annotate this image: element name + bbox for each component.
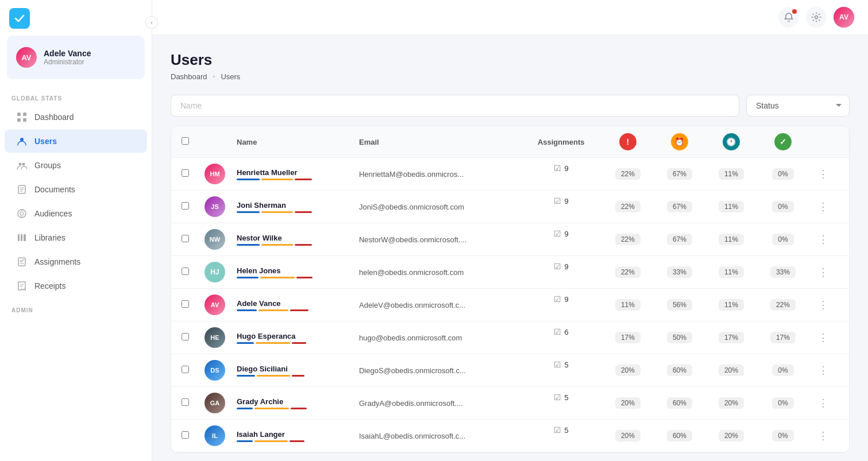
row-pct-green-cell: 0% bbox=[757, 223, 809, 256]
row-email-cell: IsaiahL@obedis.onmicrosoft.c... bbox=[353, 420, 520, 452]
row-checkbox[interactable] bbox=[182, 268, 189, 275]
sidebar-collapse-button[interactable]: ‹ bbox=[145, 16, 158, 29]
progress-bar-blue bbox=[237, 211, 260, 213]
row-pct-teal-cell: 11% bbox=[705, 223, 757, 256]
row-more-button[interactable]: ⋮ bbox=[815, 428, 832, 443]
progress-bar-yellow bbox=[261, 179, 293, 180]
row-checkbox[interactable] bbox=[182, 300, 189, 308]
svg-point-6 bbox=[22, 163, 25, 166]
sidebar-item-dashboard[interactable]: Dashboard bbox=[5, 106, 147, 129]
col-email-header: Email bbox=[353, 126, 520, 158]
row-pct-orange-cell: 60% bbox=[654, 387, 705, 420]
row-actions-cell[interactable]: ⋮ bbox=[809, 256, 849, 289]
assignments-count: 9 bbox=[565, 197, 569, 206]
row-checkbox-cell[interactable] bbox=[171, 289, 199, 321]
progress-bar-red bbox=[295, 179, 312, 180]
pct-green-badge: 0% bbox=[772, 397, 793, 409]
row-assignments-cell: ☑ 6 bbox=[520, 321, 602, 342]
pct-orange-badge: 56% bbox=[667, 299, 692, 311]
row-assignments-cell: ☑ 9 bbox=[520, 289, 602, 309]
row-checkbox-cell[interactable] bbox=[171, 420, 199, 452]
row-actions-cell[interactable]: ⋮ bbox=[809, 321, 849, 354]
row-more-button[interactable]: ⋮ bbox=[815, 297, 832, 312]
row-actions-cell[interactable]: ⋮ bbox=[809, 191, 849, 223]
row-pct-orange-cell: 56% bbox=[654, 289, 705, 321]
row-actions-cell[interactable]: ⋮ bbox=[809, 289, 849, 321]
col-status-teal-header: 🕐 bbox=[705, 126, 757, 158]
row-name-cell: Diego Siciliani bbox=[231, 354, 353, 387]
row-checkbox-cell[interactable] bbox=[171, 191, 199, 223]
row-more-button[interactable]: ⋮ bbox=[815, 265, 832, 280]
progress-bar-red bbox=[296, 277, 313, 278]
col-status-green-header: ✓ bbox=[757, 126, 809, 158]
row-more-button[interactable]: ⋮ bbox=[815, 199, 832, 214]
sidebar-item-users[interactable]: Users bbox=[5, 130, 147, 153]
row-checkbox-cell[interactable] bbox=[171, 256, 199, 289]
row-checkbox-cell[interactable] bbox=[171, 223, 199, 256]
row-checkbox-cell[interactable] bbox=[171, 354, 199, 387]
avatar: HE bbox=[205, 327, 225, 348]
row-more-button[interactable]: ⋮ bbox=[815, 166, 832, 181]
progress-bar-blue bbox=[237, 342, 254, 344]
user-name: Isaiah Langer bbox=[237, 430, 348, 439]
row-pct-green-cell: 22% bbox=[757, 289, 809, 321]
user-name: Nestor Wilke bbox=[237, 234, 348, 242]
row-actions-cell[interactable]: ⋮ bbox=[809, 387, 849, 420]
pct-red-badge: 20% bbox=[615, 397, 641, 409]
status-filter-select[interactable]: Status Active Inactive bbox=[746, 95, 850, 117]
row-more-button[interactable]: ⋮ bbox=[815, 232, 832, 247]
progress-bar-yellow bbox=[259, 309, 288, 311]
col-select-all[interactable] bbox=[171, 126, 199, 158]
row-pct-green-cell: 0% bbox=[757, 387, 809, 420]
row-checkbox[interactable] bbox=[182, 235, 189, 242]
sidebar-label-documents: Documents bbox=[34, 185, 75, 194]
row-checkbox[interactable] bbox=[182, 169, 189, 177]
user-avatar-topbar[interactable]: AV bbox=[834, 7, 854, 28]
row-checkbox[interactable] bbox=[182, 431, 189, 439]
row-checkbox[interactable] bbox=[182, 333, 189, 340]
sidebar-item-receipts[interactable]: Receipts bbox=[5, 274, 147, 297]
row-more-button[interactable]: ⋮ bbox=[815, 396, 832, 410]
groups-icon bbox=[16, 160, 28, 171]
assignments-count: 5 bbox=[565, 426, 569, 435]
progress-bar-yellow bbox=[254, 408, 289, 409]
row-checkbox[interactable] bbox=[182, 398, 189, 406]
profile-name: Adele Vance bbox=[44, 49, 91, 58]
user-profile-card[interactable]: AV Adele Vance Administrator bbox=[7, 36, 145, 79]
name-search-input[interactable] bbox=[171, 95, 739, 117]
row-actions-cell[interactable]: ⋮ bbox=[809, 354, 849, 387]
row-pct-teal-cell: 17% bbox=[705, 321, 757, 354]
row-actions-cell[interactable]: ⋮ bbox=[809, 420, 849, 452]
row-avatar-cell: JS bbox=[199, 191, 231, 223]
row-actions-cell[interactable]: ⋮ bbox=[809, 223, 849, 256]
select-all-checkbox[interactable] bbox=[182, 137, 189, 145]
row-checkbox-cell[interactable] bbox=[171, 387, 199, 420]
row-more-button[interactable]: ⋮ bbox=[815, 363, 832, 378]
svg-point-4 bbox=[20, 138, 24, 141]
sidebar-item-audiences[interactable]: Audiences bbox=[5, 202, 147, 225]
row-email-cell: helen@obedis.onmicrosoft.com bbox=[353, 256, 520, 289]
user-name: Grady Archie bbox=[237, 397, 348, 406]
col-status-orange-header: ⏰ bbox=[654, 126, 705, 158]
svg-rect-14 bbox=[24, 234, 26, 241]
row-more-button[interactable]: ⋮ bbox=[815, 330, 832, 345]
avatar: AV bbox=[205, 295, 225, 315]
row-pct-red-cell: 22% bbox=[602, 256, 654, 289]
row-checkbox[interactable] bbox=[182, 366, 189, 373]
row-checkbox[interactable] bbox=[182, 202, 189, 210]
sidebar-item-libraries[interactable]: Libraries bbox=[5, 226, 147, 249]
pct-orange-badge: 67% bbox=[667, 168, 692, 180]
table-row: JS Joni Sherman JoniS@obedis.onmicrosoft… bbox=[171, 191, 849, 223]
row-checkbox-cell[interactable] bbox=[171, 158, 199, 191]
sidebar-item-assignments[interactable]: Assignments bbox=[5, 250, 147, 273]
row-name-cell: Nestor Wilke bbox=[231, 223, 353, 256]
row-actions-cell[interactable]: ⋮ bbox=[809, 158, 849, 191]
sidebar-item-groups[interactable]: Groups bbox=[5, 154, 147, 177]
notifications-button[interactable] bbox=[778, 7, 799, 28]
breadcrumb-home[interactable]: Dashboard bbox=[171, 72, 207, 81]
row-assignments-cell: ☑ 5 bbox=[520, 387, 602, 408]
settings-button[interactable] bbox=[806, 7, 827, 28]
progress-bars bbox=[237, 440, 348, 442]
row-checkbox-cell[interactable] bbox=[171, 321, 199, 354]
sidebar-item-documents[interactable]: Documents bbox=[5, 178, 147, 201]
